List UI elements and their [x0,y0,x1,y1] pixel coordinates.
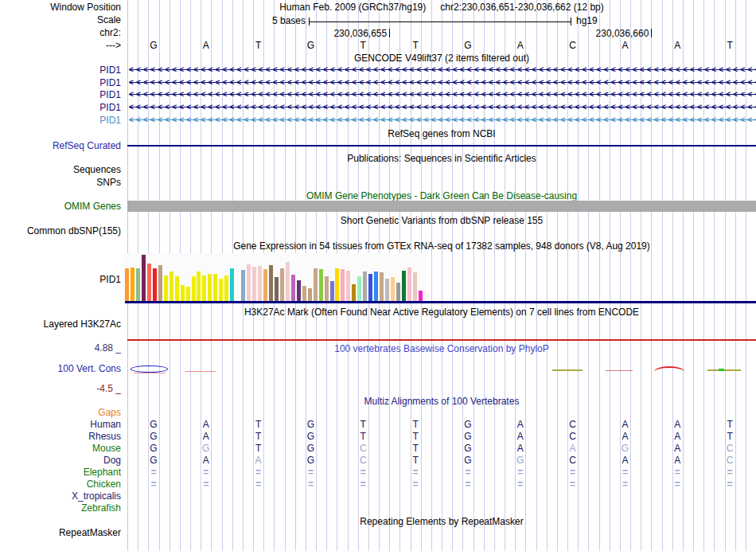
gtex-bar[interactable] [263,269,267,301]
gtex-bar[interactable] [230,268,234,301]
alignment-species-label-human[interactable]: Human [0,419,121,430]
alignment-species-label-chicken[interactable]: Chicken [0,479,121,490]
track-label-layered-h3k27ac[interactable]: Layered H3K27Ac [0,318,121,330]
gene-item-label[interactable]: PID1 [0,89,121,100]
track-label-refseq-curated[interactable]: RefSeq Curated [0,140,121,151]
refseq-curated-gene-line[interactable] [127,145,756,147]
gtex-bar[interactable] [202,276,206,301]
gtex-bar[interactable] [374,272,378,301]
scale-bar-label: 5 bases [185,15,306,26]
ruler-tick-label: 230,036,655 [309,28,387,39]
alignment-base: T [410,455,421,466]
gene-item-label[interactable]: PID1 [0,64,121,76]
gtex-bar[interactable] [302,286,306,301]
gtex-bar[interactable] [368,274,372,301]
gtex-bar[interactable] [224,276,228,301]
gtex-bar[interactable] [158,265,162,301]
track-label-100-vert-cons[interactable]: 100 Vert. Cons [0,363,121,374]
gene-item-row[interactable]: <<<<<<<<<<<<<<<<<<<<<<<<<<<<<<<<<<<<<<<<… [129,91,756,99]
gtex-bar[interactable] [402,271,406,301]
gene-item-label[interactable]: PID1 [0,77,121,88]
track-label-sequences[interactable]: Sequences [0,164,121,175]
gtex-bar[interactable] [170,272,173,301]
gene-item-label[interactable]: PID1 [0,115,121,126]
gtex-bar[interactable] [396,283,400,301]
gtex-bar[interactable] [219,279,223,301]
track-label-common-dbsnp[interactable]: Common dbSNP(155) [0,225,121,236]
publications-track-title: Publications: Sequences in Scientific Ar… [127,153,756,164]
alignment-species-label-dog[interactable]: Dog [0,455,121,466]
alignment-base: = [410,479,421,490]
track-label-snps[interactable]: SNPs [0,177,121,188]
alignment-species-label-elephant[interactable]: Elephant [0,467,121,478]
gtex-bar[interactable] [181,285,185,301]
alignment-base: = [515,479,526,490]
gene-item-row[interactable]: <<<<<<<<<<<<<<<<<<<<<<<<<<<<<<<<<<<<<<<<… [129,104,756,111]
track-label-repeatmasker[interactable]: RepeatMasker [0,527,121,538]
gtex-bar[interactable] [147,264,151,301]
conservation-feature-ellipse [131,365,168,373]
gtex-bar[interactable] [341,269,345,301]
alignment-species-label-rhesus[interactable]: Rhesus [0,431,121,442]
gene-item-row[interactable]: <<<<<<<<<<<<<<<<<<<<<<<<<<<<<<<<<<<<<<<<… [129,66,756,74]
gtex-bar[interactable] [175,276,179,301]
alignment-base: G [305,419,316,430]
gtex-bar[interactable] [419,291,423,301]
gtex-bar[interactable] [125,268,129,301]
gtex-bar[interactable] [286,262,290,301]
gtex-bar[interactable] [297,280,301,301]
gencode-track-title: GENCODE V49lift37 (2 items filtered out) [127,53,756,64]
scale-bar-tick-right [571,18,571,25]
gtex-bar[interactable] [330,281,334,301]
gtex-bar[interactable] [208,274,212,301]
gtex-bar[interactable] [407,268,411,301]
track-label-gtex-pid1[interactable]: PID1 [0,274,121,285]
sequence-base: T [724,40,735,51]
gtex-bar[interactable] [213,274,217,301]
gtex-bar[interactable] [335,268,339,301]
gtex-bar[interactable] [280,268,284,301]
gtex-bar[interactable] [391,277,395,301]
alignment-base: = [515,467,526,478]
gtex-bar[interactable] [352,284,356,301]
gtex-bar[interactable] [258,266,262,301]
gene-item-row[interactable]: <<<<<<<<<<<<<<<<<<<<<<<<<<<<<<<<<<<<<<<<… [129,79,756,87]
gtex-bar[interactable] [131,268,134,301]
track-label-omim-genes[interactable]: OMIM Genes [0,201,121,212]
gene-item-row[interactable]: <<<<<<<<<<<<<<<<<<<<<<<<<<<<<<<<<<<<<<<<… [129,116,756,124]
alignment-species-label-zebrafish[interactable]: Zebrafish [0,502,121,514]
gtex-bar[interactable] [325,276,329,301]
track-label-gaps[interactable]: Gaps [0,407,121,418]
gtex-bar[interactable] [164,276,168,301]
alignment-base: T [724,419,735,430]
omim-gene-bar[interactable] [127,201,756,212]
alignment-base: T [410,443,421,454]
gene-item-label[interactable]: PID1 [0,102,121,113]
gtex-bar[interactable] [385,279,389,301]
gtex-bar[interactable] [363,272,367,301]
gtex-bar[interactable] [413,272,417,301]
gtex-bar[interactable] [142,255,146,301]
gtex-bar[interactable] [247,264,251,301]
gtex-bar[interactable] [314,268,318,301]
gtex-bar[interactable] [275,277,279,301]
gtex-bar[interactable] [153,268,157,301]
alignment-base: A [672,443,683,454]
gtex-bar[interactable] [136,268,140,301]
gtex-bar[interactable] [380,272,384,301]
gtex-bar[interactable] [197,272,201,301]
gtex-bar[interactable] [192,276,196,301]
alignment-species-label-x_tropicalis[interactable]: X_tropicalis [0,490,121,502]
alignment-species-label-mouse[interactable]: Mouse [0,443,121,454]
gtex-bar[interactable] [241,270,245,301]
gtex-bar[interactable] [291,275,295,301]
sequence-base: G [462,40,473,51]
gtex-bar[interactable] [346,271,350,301]
gtex-bar[interactable] [252,267,256,301]
gtex-bar[interactable] [357,276,361,301]
gtex-bar[interactable] [186,287,190,301]
gtex-bar[interactable] [308,288,312,301]
gtex-bar[interactable] [319,269,323,301]
gtex-bar[interactable] [269,265,273,301]
alignment-base: = [672,479,683,490]
